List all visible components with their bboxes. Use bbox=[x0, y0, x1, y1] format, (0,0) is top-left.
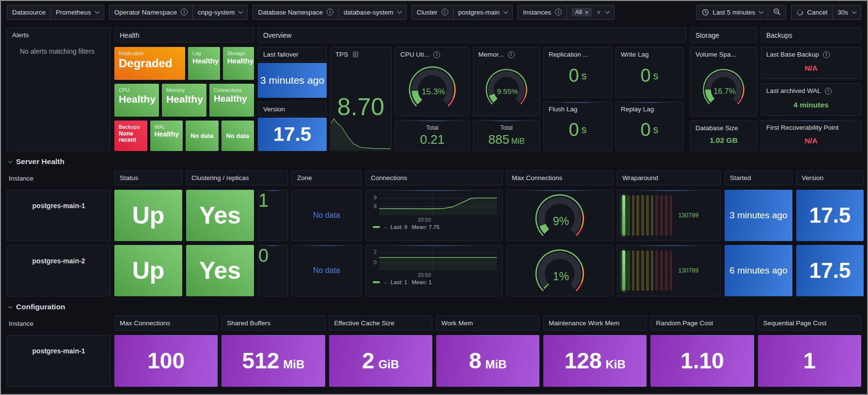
cpu-utilization-panel: CPU Uti...i 15.3% bbox=[395, 47, 470, 116]
column-header-shared-buffers[interactable]: Shared Buffers bbox=[221, 316, 325, 331]
x-axis-tick: 20:50 bbox=[418, 272, 502, 278]
info-icon[interactable]: i bbox=[823, 51, 830, 58]
cpu-column: CPU Uti...i 15.3% Total 0.21 bbox=[395, 47, 470, 151]
version-value-tile: 17.5 bbox=[258, 118, 327, 151]
dashboard-toolbar: Datasource Prometheus Operator Namespace… bbox=[1, 1, 867, 23]
refresh-controls: Cancel 30s bbox=[791, 5, 861, 20]
cpu-panel-title[interactable]: CPU Uti...i bbox=[395, 47, 469, 58]
instances-label: Instancesi bbox=[518, 5, 567, 19]
backups-panel-title[interactable]: Backups bbox=[761, 28, 861, 43]
zoom-out-button[interactable] bbox=[768, 5, 786, 19]
wraparound-value: 130789 bbox=[678, 250, 715, 291]
last-archived-wal-title[interactable]: Last archived WALi bbox=[761, 84, 861, 94]
max-connections-gauge: 9% bbox=[507, 190, 613, 241]
work-mem-value-tile: 8MiB bbox=[436, 335, 539, 387]
storage-panel-title[interactable]: Storage bbox=[690, 28, 757, 43]
status-tile: Up bbox=[114, 190, 182, 241]
health-tile-nodata-1: No data bbox=[186, 121, 219, 151]
column-header-version[interactable]: Version bbox=[796, 170, 864, 185]
info-icon[interactable]: i bbox=[442, 9, 448, 15]
backups-section: Backups Last Base Backupi N/A Last archi… bbox=[761, 28, 861, 151]
cancel-refresh-button[interactable]: Cancel bbox=[791, 5, 832, 19]
first-recoverability-title[interactable]: First Recoverability Point bbox=[761, 121, 861, 131]
column-header-work-mem[interactable]: Work Mem bbox=[436, 316, 539, 331]
clear-selection-icon[interactable]: × bbox=[597, 9, 600, 15]
filter-cluster: Clusteri postgres-main bbox=[411, 5, 513, 20]
column-header-status[interactable]: Status bbox=[114, 170, 182, 185]
instances-chip-all[interactable]: All× bbox=[572, 8, 592, 16]
section-configuration[interactable]: Configuration bbox=[9, 303, 861, 311]
chevron-down-icon bbox=[95, 9, 99, 14]
column-header-maintenance-work-mem[interactable]: Maintenance Work Mem bbox=[543, 316, 647, 331]
max-connections-gauge: 1% bbox=[507, 245, 613, 296]
refresh-interval-select[interactable]: 30s bbox=[832, 5, 861, 19]
column-header-clustering[interactable]: Clustering / replicas bbox=[186, 170, 288, 185]
health-tile-wal: WAL Healthy bbox=[150, 121, 183, 151]
health-tile-cpu: CPU Healthy bbox=[114, 84, 159, 117]
max-connections-gauge-panel: 9% bbox=[506, 190, 613, 241]
panel-description-icon[interactable] bbox=[352, 51, 359, 58]
column-header-wraparound[interactable]: Wraparound bbox=[617, 170, 721, 185]
zone-cell: No data bbox=[292, 245, 362, 296]
svg-text:16.7%: 16.7% bbox=[713, 87, 735, 95]
section-server-health[interactable]: Server Health bbox=[9, 157, 861, 166]
cpu-total-panel: Total 0.21 bbox=[395, 120, 470, 151]
write-lag-value: 0 bbox=[640, 65, 650, 86]
clock-icon bbox=[702, 9, 709, 16]
collapse-chevron-icon bbox=[8, 304, 12, 308]
alerts-panel-title[interactable]: Alerts bbox=[7, 28, 110, 39]
column-header-started[interactable]: Started bbox=[725, 170, 792, 185]
tps-panel-title[interactable]: TPS bbox=[331, 47, 391, 58]
info-icon[interactable]: i bbox=[825, 88, 832, 94]
column-header-instance: Instance bbox=[7, 170, 110, 186]
alerts-panel: Alerts No alerts matching filters bbox=[7, 28, 110, 151]
operator-namespace-select[interactable]: cnpg-system bbox=[192, 5, 248, 19]
overview-panel-title[interactable]: Overview bbox=[258, 28, 686, 43]
collapse-chevron-icon bbox=[8, 159, 12, 163]
last-base-backup-title[interactable]: Last Base Backupi bbox=[761, 47, 861, 58]
clustering-tile: Yes bbox=[186, 245, 254, 296]
server-health-grid: Instance Status Clustering / replicas Zo… bbox=[7, 170, 861, 296]
max-connections-value-tile: 100 bbox=[114, 335, 218, 387]
column-header-max-connections[interactable]: Max Connections bbox=[506, 170, 613, 185]
last-base-backup-value: N/A bbox=[805, 64, 818, 73]
volume-space-title[interactable]: Volume Spa... bbox=[691, 47, 757, 58]
time-controls: Last 5 minutes bbox=[696, 5, 786, 20]
info-icon[interactable]: i bbox=[508, 51, 515, 58]
replicas-cell: 1 bbox=[258, 190, 288, 241]
database-namespace-select[interactable]: database-system bbox=[338, 5, 406, 19]
volume-space-panel: Volume Spa... 16.7% bbox=[690, 47, 757, 116]
column-header-effective-cache-size[interactable]: Effective Cache Size bbox=[329, 316, 432, 331]
column-header-random-page-cost[interactable]: Random Page Cost bbox=[650, 316, 754, 331]
overview-section: Overview Last failover 3 minutes ago Ver… bbox=[258, 28, 686, 151]
maintenance-work-mem-value-tile: 128KiB bbox=[543, 335, 647, 387]
last-failover-title[interactable]: Last failover bbox=[258, 47, 327, 61]
column-header-zone[interactable]: Zone bbox=[292, 170, 362, 185]
info-icon[interactable]: i bbox=[555, 9, 562, 15]
info-icon[interactable]: i bbox=[433, 51, 440, 58]
effective-cache-size-value-tile: 2GiB bbox=[329, 335, 432, 387]
datasource-select[interactable]: Prometheus bbox=[50, 5, 104, 19]
last-failover-value-tile: 3 minutes ago bbox=[258, 63, 327, 98]
health-panel-title[interactable]: Health bbox=[114, 28, 254, 43]
column-header-connections[interactable]: Connections bbox=[365, 170, 503, 185]
status-tile: Up bbox=[114, 245, 182, 296]
info-icon[interactable]: i bbox=[181, 9, 188, 15]
version-title[interactable]: Version bbox=[258, 102, 327, 116]
volume-space-gauge: 16.7% bbox=[691, 58, 757, 116]
memory-panel-title[interactable]: Memor...i bbox=[473, 47, 539, 58]
cluster-select[interactable]: postgres-main bbox=[453, 5, 513, 19]
info-icon[interactable]: i bbox=[327, 9, 333, 15]
instances-select[interactable]: All× × bbox=[567, 5, 614, 19]
cpu-gauge: 15.3% bbox=[395, 58, 469, 116]
column-header-max-connections[interactable]: Max Connections bbox=[114, 316, 218, 331]
remove-chip-icon[interactable]: × bbox=[585, 9, 589, 15]
column-header-sequential-page-cost[interactable]: Sequential Page Cost bbox=[758, 316, 861, 331]
operator-namespace-label: Operator Namespacei bbox=[110, 5, 192, 19]
chevron-down-icon bbox=[759, 9, 764, 14]
tps-panel: TPS 8.70 bbox=[330, 47, 392, 151]
sequential-page-cost-value-tile: 1 bbox=[758, 335, 861, 387]
zoom-out-icon bbox=[773, 8, 781, 17]
memory-gauge: 9.55% bbox=[473, 58, 539, 116]
time-range-picker[interactable]: Last 5 minutes bbox=[697, 5, 768, 19]
